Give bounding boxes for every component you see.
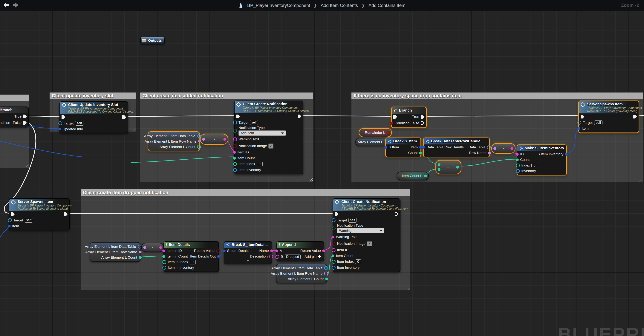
exec-pin[interactable]	[23, 121, 27, 125]
string-pin[interactable]	[332, 248, 336, 252]
string-pin[interactable]	[332, 236, 334, 239]
object-pin[interactable]	[138, 245, 142, 249]
node-header[interactable]: Break DataTableRowHandle	[424, 138, 489, 144]
comment-box-5[interactable]	[0, 94, 29, 168]
server-spawns-item-node-left[interactable]: Server Spawns ItemTarget is BP Player In…	[9, 198, 70, 230]
exec-pin[interactable]	[335, 212, 338, 216]
comment-resize-handle[interactable]	[24, 163, 28, 167]
string-pin[interactable]	[269, 255, 273, 259]
int-pin[interactable]	[162, 255, 165, 258]
comment-resize-handle[interactable]	[309, 177, 313, 181]
make-s-iteminventory-node[interactable]: Make S_ItemInventoryIDS Item InventoryCo…	[517, 144, 567, 175]
object-pin[interactable]	[578, 121, 581, 125]
break-s-itemdetails-node[interactable]: Break S_ItemDetailsS Item DetailsNameDes…	[224, 241, 272, 264]
value-textbox[interactable]	[260, 139, 266, 139]
item-count-l-variable-pill[interactable]: Item Count L	[397, 172, 429, 180]
branch-node-main[interactable]: BranchTrueConditionFalse	[391, 107, 427, 128]
node-header[interactable]: Client Create NotificationTarget is BP P…	[234, 101, 303, 113]
struct-pin[interactable]	[223, 250, 226, 252]
object-pin[interactable]	[8, 218, 12, 222]
breadcrumb-item-blueprint[interactable]: BP_PlayerInventoryComponent	[247, 3, 310, 8]
exec-pin[interactable]	[11, 212, 15, 216]
int-pin[interactable]	[139, 256, 142, 259]
object-pin[interactable]	[487, 145, 491, 149]
comment-title[interactable]: Client create item dropped notification	[80, 189, 410, 196]
value-textbox[interactable]: self	[75, 121, 84, 126]
bool-pin[interactable]	[390, 122, 393, 125]
struct-pin[interactable]	[578, 127, 580, 130]
checkbox[interactable]: ✓	[367, 241, 372, 246]
item-details-function-node[interactable]: fItem DetailsItem in IDReturn ValueItem …	[164, 241, 219, 272]
add-pin-button[interactable]: Add pin✚	[304, 255, 321, 259]
node-header[interactable]: fAppend	[277, 242, 324, 248]
struct-pin[interactable]	[384, 146, 387, 149]
darkred-pin[interactable]	[332, 242, 336, 246]
object-pin[interactable]	[233, 168, 237, 172]
int-pin[interactable]	[516, 158, 519, 161]
notification-type-dropdown[interactable]: Warning	[337, 228, 384, 233]
comment-resize-handle[interactable]	[132, 127, 136, 131]
exec-pin[interactable]	[298, 115, 301, 118]
string-pin[interactable]	[270, 250, 273, 252]
value-textbox[interactable]: self	[594, 120, 602, 125]
break-datatablerowhandle-node[interactable]: Break DataTableRowHandleData Table Row H…	[423, 138, 490, 157]
exec-pin[interactable]	[62, 115, 65, 119]
array-element-locals-node-added[interactable]: Array Element L Item Data TableArray Ele…	[148, 131, 200, 151]
object-pin[interactable]	[58, 121, 62, 125]
exec-pin[interactable]	[395, 212, 398, 216]
object-pin[interactable]	[162, 266, 166, 270]
teal-pin[interactable]	[332, 227, 336, 230]
object-pin[interactable]	[332, 218, 336, 222]
node-header[interactable]: Branch	[392, 107, 426, 114]
string-pin[interactable]	[516, 153, 519, 156]
struct-pin[interactable]	[419, 146, 422, 149]
exec-pin[interactable]	[236, 115, 240, 118]
name-pin[interactable]	[494, 147, 496, 150]
value-textbox[interactable]: 0	[190, 260, 196, 264]
server-spawns-item-node-right[interactable]: Server Spawns ItemTarget is BP Player In…	[578, 100, 639, 133]
node-header[interactable]: Branch	[0, 107, 28, 113]
comment-title[interactable]: Client create item added notification	[140, 92, 313, 99]
darkred-pin[interactable]	[216, 249, 220, 253]
node-header[interactable]: Server Spawns ItemTarget is BP Player In…	[579, 101, 638, 113]
client-create-notification-node-top[interactable]: Client Create NotificationTarget is BP P…	[234, 100, 304, 174]
int-pin[interactable]	[424, 175, 427, 177]
int-pin[interactable]	[419, 152, 422, 154]
node-header[interactable]: Break S_ItemDetails	[224, 242, 272, 248]
exec-pin[interactable]	[122, 115, 126, 119]
int-pin[interactable]	[233, 162, 237, 166]
name-pin[interactable]	[139, 251, 142, 253]
array-element-l-variable-pill[interactable]: Array Element L	[356, 138, 390, 146]
comment-resize-handle[interactable]	[406, 286, 410, 290]
int-pin[interactable]	[162, 260, 166, 264]
object-pin[interactable]	[324, 266, 328, 270]
exec-pin[interactable]	[421, 115, 424, 119]
comment-title[interactable]: Client update inventory slot	[50, 92, 136, 99]
string-pin[interactable]	[275, 250, 278, 252]
name-pin[interactable]	[143, 246, 146, 249]
client-create-notification-node-bottom[interactable]: Client Create NotificationTarget is BP P…	[333, 198, 400, 272]
break-s-item-node[interactable]: Break S_ItemS ItemItemCount	[385, 138, 421, 157]
forward-arrow-icon[interactable]	[12, 2, 20, 8]
value-textbox[interactable]	[350, 250, 356, 250]
struct-pin[interactable]	[217, 255, 220, 258]
struct-pin[interactable]	[8, 225, 11, 227]
value-textbox[interactable]: 0	[355, 259, 361, 264]
notification-type-dropdown[interactable]: Add Item	[238, 130, 286, 136]
remainder-l-variable-pill[interactable]: Remainder L	[359, 128, 392, 137]
array-element-locals-node-dropped-2[interactable]: Array Element L Item Data TableArray Ele…	[276, 264, 327, 283]
string-pin[interactable]	[275, 255, 279, 259]
checkbox[interactable]: ✓	[268, 144, 274, 149]
int-pin[interactable]	[332, 260, 336, 264]
comment-title[interactable]	[0, 95, 29, 101]
comment-resize-handle[interactable]	[638, 177, 642, 181]
value-textbox[interactable]: 0	[532, 163, 538, 168]
node-header[interactable]: Make S_ItemInventory	[517, 145, 566, 151]
string-pin[interactable]	[322, 250, 325, 252]
exec-pin[interactable]	[23, 115, 27, 118]
node-header[interactable]: Client Create NotificationTarget is BP P…	[333, 199, 400, 211]
int-pin[interactable]	[516, 164, 520, 167]
struct-pin[interactable]	[422, 146, 425, 149]
teal-pin[interactable]	[233, 129, 237, 133]
name-pin[interactable]	[488, 152, 491, 154]
